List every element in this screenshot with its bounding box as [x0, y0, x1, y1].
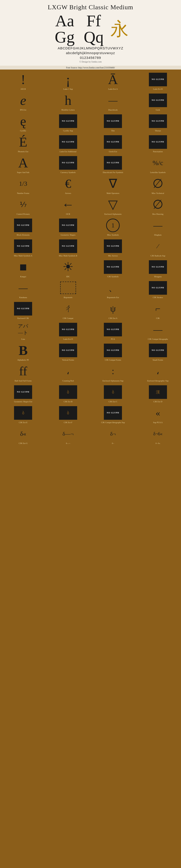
label-cjk: CJK: [156, 317, 160, 320]
label-enclosedideogsup: Enclosed Ideographic Sup: [147, 380, 169, 382]
label-latin1sup: Latin 1 Sup: [63, 88, 73, 90]
label-latinextd: Latin Ext D: [63, 338, 73, 340]
label-last3: δ¬: [112, 442, 114, 445]
label-cjkextc: CJK Ext C: [109, 401, 117, 403]
glyph-punctuation: NO GLYPH: [136, 134, 180, 150]
label-suppuaa: Sup PUA A: [153, 421, 163, 424]
no-glyph-latinextadd: NO GLYPH: [59, 135, 77, 149]
glyph-cjkcompatideo: —: [136, 321, 180, 338]
cell-verticalforms: NO GLYPH Vertical Forms: [46, 341, 90, 362]
cell-cjkcompatforms: NO GLYPH CJK Compat Forms: [91, 341, 135, 362]
label-ascii: ASCII: [21, 88, 26, 90]
glyph-tibetan: NO GLYPH: [136, 113, 180, 129]
cell-halfandfull: ff Half And Full Forms: [1, 362, 45, 382]
no-glyph-cjkcompatideosup: NO GLYPH: [104, 406, 122, 420]
label-cjkcompatideosup: CJK Compat Ideographs Sup: [101, 421, 125, 424]
no-glyph-cjkstrokes: NO GLYPH: [149, 281, 167, 295]
glyph-tibe: NO GLYPH: [91, 113, 135, 129]
label-tibe: Tibe: [111, 130, 115, 132]
glyph-countingrod: ،: [46, 363, 90, 379]
glyph-alphabeticpf: B: [1, 342, 45, 358]
cell-kangxi: ■ Kangxi: [1, 258, 45, 278]
cell-micarrows: NO GLYPH Mic Arrows: [91, 237, 135, 257]
cell-ocr: ← OCR: [46, 195, 90, 216]
cell-letterlike: %/c Letterlike Symbols: [136, 154, 180, 174]
font-source: Font Source: http://www.fontke.com/font/…: [0, 66, 181, 69]
label-letterlike: Letterlike Symbols: [150, 171, 166, 174]
cell-latinextadd: NO GLYPH Latin Ext Additional: [46, 133, 90, 153]
specimen-aa: AaGg: [50, 13, 79, 45]
cell-cjkextg: δ« CJK Ext G: [1, 425, 45, 445]
label-cyrillicsup: Cyrillic Sup: [63, 130, 73, 132]
label-dingbats: Dingbats: [154, 234, 162, 236]
glyph-idc: ☀: [46, 259, 90, 275]
glyph-latinextadd: NO GLYPH: [46, 134, 90, 150]
cell-idc: ☀ IDC: [46, 258, 90, 278]
cell-cjkexte: ბ CJK Ext E: [1, 404, 45, 424]
glyph-arrows: €: [46, 176, 90, 192]
glyph-ocr: ←: [46, 196, 90, 213]
no-glyph-latinextd: NO GLYPH: [59, 323, 77, 336]
glyph-enclosedalpha: ▽: [91, 196, 135, 213]
glyph-latinextd: NO GLYPH: [46, 321, 90, 338]
cell-geoshapesext: NO GLYPH Geometric Shapes Ext: [1, 383, 45, 403]
cell-mathops: ∇ Math Operators: [91, 175, 135, 195]
cell-countingrod: ، Counting Rod: [46, 362, 90, 382]
no-glyph-smallforms: NO GLYPH: [149, 344, 167, 357]
glyph-cyrillic: ę: [1, 113, 45, 129]
label-miscmatha: Misc Math Symbols A: [14, 255, 32, 257]
no-glyph-diacforsymbols: NO GLYPH: [104, 156, 122, 170]
cell-cjkextf: ბ CJK Ext F: [46, 404, 90, 424]
label-hiragana: Hiragana: [154, 275, 161, 278]
glyph-letterlike: %/c: [136, 155, 180, 171]
cell-geoshapes: NO GLYPH Geometric Shapes: [46, 216, 90, 237]
label-cjkcompatforms: CJK Compat Forms: [105, 359, 121, 361]
cell-cjkextb: ბ CJK Ext B: [46, 383, 90, 403]
font-title: LXGW Bright Classic Medium: [4, 4, 177, 11]
label-katakana: Katakana: [19, 296, 27, 299]
specimen-display: AaGg FfQq 永: [4, 13, 177, 45]
no-glyph-cjkcompatforms: NO GLYPH: [104, 344, 122, 357]
glyph-enclosedcjk: NO GLYPH: [1, 301, 45, 317]
label-bopomofo: Bopomofo: [64, 296, 72, 299]
cell-blockelements: NO GLYPH Block Elements: [1, 216, 45, 237]
cell-cjkstrokes: NO GLYPH CJK Strokes: [136, 279, 180, 299]
cell-enclosedcjk: NO GLYPH Enclosed CJK: [1, 300, 45, 320]
glyph-cjkexte: ბ: [1, 405, 45, 421]
cell-controlpics: ⅐ Control Pictures: [1, 195, 45, 216]
glyph-micarrows: NO GLYPH: [91, 238, 135, 254]
cell-numberforms: 1/3 Number Forms: [1, 175, 45, 195]
cell-tibe: NO GLYPH Tibe: [91, 112, 135, 132]
uppercase-alphabet: ABCDEFGHIJKLMNOPQRSTUVWXYZ: [4, 46, 177, 50]
label-last4: δ¬ 6«: [155, 442, 160, 445]
label-tibetan: Tibetan: [155, 130, 161, 132]
label-pua: PUA: [111, 338, 115, 340]
glyph-lisu: アパ—ト: [1, 321, 45, 338]
cell-greekext: NO GLYPH Greek Ext: [91, 133, 135, 153]
cell-dingbats: — Dingbats: [136, 216, 180, 237]
cell-latinextb: NO GLYPH Latin Ext B: [136, 70, 180, 91]
label-latinexta: Latin Ext A: [108, 88, 118, 90]
cell-bopomofoext: 、 Bopomofo Ext: [91, 279, 135, 299]
cell-last2: δ—¬ δ—¬: [46, 425, 90, 445]
glyph-last3: δ¬: [91, 426, 135, 442]
cell-cjkcompat: ㄔ CJK Compat: [46, 300, 90, 320]
no-glyph-geek: NO GLYPH: [149, 94, 167, 107]
glyph-katakana: —: [1, 280, 45, 296]
glyph-superandsub: A: [1, 155, 45, 171]
label-punctuation: Punctuation: [153, 150, 163, 153]
glyph-suppuaa: «: [136, 405, 180, 421]
label-halfandfull: Half And Full Forms: [15, 380, 32, 382]
glyph-diacforsymbols: NO GLYPH: [91, 155, 135, 171]
glyph-cjkextb: ბ: [46, 384, 90, 400]
cell-cjkradicals: ⁄ CJK Radicals Sup: [136, 237, 180, 257]
glyph-cjkcompatideosup: NO GLYPH: [91, 405, 135, 421]
label-miscmathb: Misc Math Symbols B: [59, 255, 77, 257]
cell-smallforms: NO GLYPH Small Forms: [136, 341, 180, 362]
label-currency: Currency Symbols: [61, 171, 76, 174]
label-enclosedalpha: Enclosed Alphanums: [104, 213, 121, 215]
glyph-cjkstrokes: NO GLYPH: [136, 280, 180, 296]
cell-phoneticext: É Phonetic Ext: [1, 133, 45, 153]
cell-pua: NO GLYPH PUA: [91, 320, 135, 341]
glyph-blockelements: NO GLYPH: [1, 217, 45, 233]
